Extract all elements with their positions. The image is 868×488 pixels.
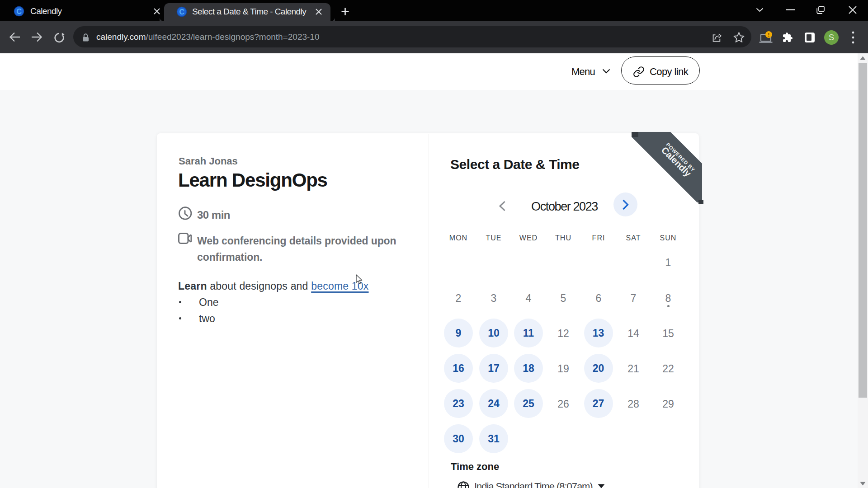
svg-text:C: C [16,8,22,15]
svg-text:C: C [179,8,184,16]
svg-text:!: ! [768,32,770,38]
